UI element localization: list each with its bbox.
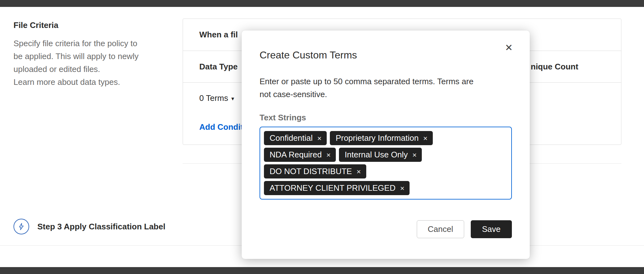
bottom-bar [0,267,644,274]
remove-term-icon[interactable]: ✕ [317,135,322,141]
chevron-down-icon: ▾ [231,95,234,101]
remove-term-icon[interactable]: ✕ [400,185,405,191]
screen: File Criteria Specify file criteria for … [0,0,644,274]
file-criteria-description: be applied. This will apply to newly [13,50,164,63]
text-strings-label: Text Strings [260,113,512,122]
file-criteria-section: File Criteria Specify file criteria for … [13,20,164,89]
top-bar [0,0,644,7]
term-chip-label: Confidential [270,133,313,143]
modal-title: Create Custom Terms [260,49,512,61]
create-custom-terms-modal: ✕ Create Custom Terms Enter or paste up … [242,30,530,259]
file-criteria-title: File Criteria [13,20,164,30]
lightning-bolt-icon [13,219,29,234]
unique-count-header: nique Count [531,51,578,82]
term-chip: Proprietary Information ✕ [330,131,433,145]
step3-label: Step 3 Apply Classification Label [37,222,165,232]
file-criteria-description: Specify file criteria for the policy to [13,37,164,50]
modal-description-line: Enter or paste up to 50 comma separated … [260,75,512,88]
terms-input[interactable]: Confidential ✕ Proprietary Information ✕… [260,127,512,200]
modal-actions: Cancel Save [260,220,512,238]
when-a-file-text: When a fil [199,30,238,40]
term-chip: DO NOT DISTRIBUTE ✕ [264,164,366,178]
learn-more-link[interactable]: Learn more about data types. [13,76,164,89]
term-chip-label: DO NOT DISTRIBUTE [270,167,352,176]
term-chip-label: ATTORNEY CLIENT PRIVILEGED [270,183,395,193]
remove-term-icon[interactable]: ✕ [412,152,417,158]
term-chip-label: Proprietary Information [335,133,418,143]
modal-description: Enter or paste up to 50 comma separated … [260,75,512,101]
cancel-button[interactable]: Cancel [417,220,464,238]
term-chip: Internal Use Only ✕ [339,148,422,162]
close-icon[interactable]: ✕ [504,42,514,54]
term-chip-label: NDA Required [270,150,322,160]
file-criteria-description: uploaded or edited files. [13,63,164,76]
data-type-header: Data Type [199,62,238,72]
modal-description-line: not case-sensitive. [260,88,512,101]
term-chip: Confidential ✕ [264,131,327,145]
term-chip-label: Internal Use Only [345,150,408,160]
remove-term-icon[interactable]: ✕ [326,152,331,158]
step3-header: Step 3 Apply Classification Label [13,219,165,234]
save-button[interactable]: Save [471,220,512,238]
term-chip: ATTORNEY CLIENT PRIVILEGED ✕ [264,181,410,195]
terms-dropdown-label: 0 Terms [199,93,228,103]
remove-term-icon[interactable]: ✕ [423,135,428,141]
remove-term-icon[interactable]: ✕ [356,168,361,175]
term-chip: NDA Required ✕ [264,148,336,162]
terms-dropdown[interactable]: 0 Terms ▾ [199,93,234,103]
